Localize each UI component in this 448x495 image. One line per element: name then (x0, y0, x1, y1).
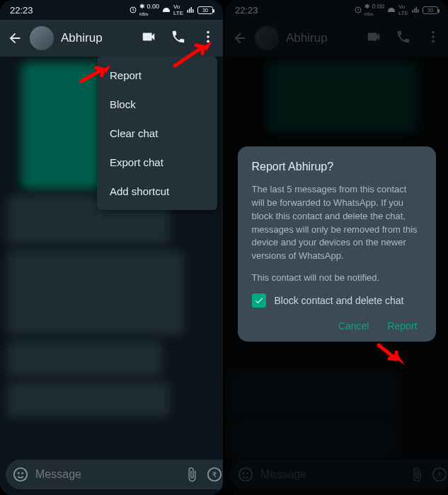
svg-point-2 (207, 35, 209, 38)
status-time: 22:23 (10, 5, 33, 16)
menu-item-add-shortcut[interactable]: Add shortcut (97, 177, 217, 206)
contact-avatar[interactable] (30, 26, 54, 50)
message-bubble (7, 341, 163, 376)
chat-header: Abhirup (0, 20, 223, 57)
report-dialog: Report Abhirup? The last 5 messages from… (238, 146, 436, 342)
attachment-icon[interactable] (184, 467, 200, 482)
dialog-overlay: Report Abhirup? The last 5 messages from… (225, 0, 448, 495)
chat-body: Report Block Clear chat Export chat Add … (0, 57, 223, 458)
message-input-box[interactable]: ₹ (6, 460, 223, 489)
svg-point-5 (18, 472, 20, 474)
menu-item-export-chat[interactable]: Export chat (97, 148, 217, 177)
menu-item-clear-chat[interactable]: Clear chat (97, 119, 217, 148)
cancel-button[interactable]: Cancel (338, 320, 369, 332)
message-input-bar: ₹ (0, 458, 223, 495)
menu-item-block[interactable]: Block (97, 90, 217, 119)
phone-screenshot-left: 22:23 ✱ 0.00KB/s VoLTE 30 Abhirup (0, 0, 223, 495)
voice-call-icon[interactable] (171, 29, 186, 47)
svg-point-1 (207, 31, 209, 34)
options-menu: Report Block Clear chat Export chat Add … (97, 57, 217, 210)
block-delete-checkbox-row[interactable]: Block contact and delete chat (252, 293, 422, 308)
report-button[interactable]: Report (387, 320, 417, 332)
svg-text:₹: ₹ (212, 471, 217, 479)
message-bubble (7, 382, 170, 417)
dialog-title: Report Abhirup? (252, 161, 422, 173)
video-call-icon[interactable] (141, 29, 156, 47)
checkbox-label: Block contact and delete chat (275, 295, 404, 306)
svg-point-6 (21, 472, 23, 474)
svg-point-3 (207, 40, 209, 43)
message-input[interactable] (35, 468, 177, 481)
phone-screenshot-right: 22:23 ✱ 0.00KB/s VoLTE 30 Abhirup (225, 0, 448, 495)
back-button[interactable] (7, 30, 23, 46)
contact-name[interactable]: Abhirup (61, 31, 134, 45)
rupee-icon[interactable]: ₹ (207, 467, 222, 482)
checkbox-icon[interactable] (252, 293, 266, 308)
status-icons: ✱ 0.00KB/s VoLTE 30 (129, 3, 213, 17)
dialog-text: This contact will not be notified. (252, 272, 422, 285)
annotation-arrow (375, 342, 407, 369)
status-bar: 22:23 ✱ 0.00KB/s VoLTE 30 (0, 0, 223, 20)
menu-item-report[interactable]: Report (97, 61, 217, 90)
message-bubble (7, 250, 184, 335)
emoji-icon[interactable] (13, 467, 28, 482)
more-options-icon[interactable] (200, 29, 216, 47)
dialog-text: The last 5 messages from this contact wi… (252, 183, 422, 263)
svg-point-4 (14, 468, 27, 481)
